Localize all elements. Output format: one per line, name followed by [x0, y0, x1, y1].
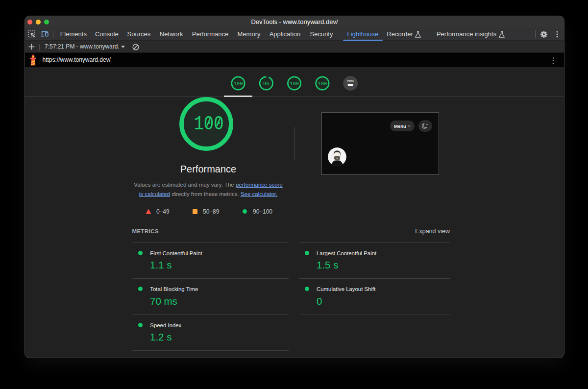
svg-text:100: 100 — [233, 80, 243, 86]
svg-text:100: 100 — [318, 80, 327, 86]
svg-text:PWA: PWA — [347, 79, 354, 82]
svg-text:100: 100 — [290, 80, 299, 86]
svg-text:96: 96 — [263, 80, 269, 86]
svg-text:100: 100 — [194, 112, 223, 135]
